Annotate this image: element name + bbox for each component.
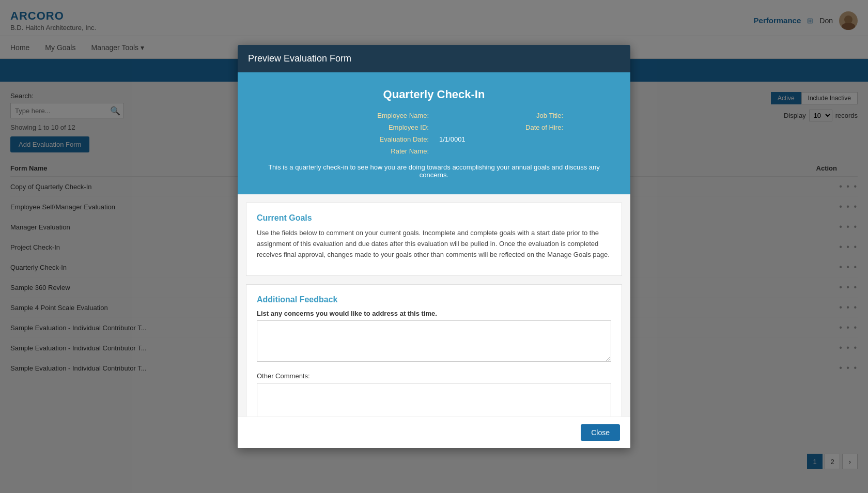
concerns-label: List any concerns you would like to addr… bbox=[257, 310, 611, 317]
form-description: This is a quarterly check-in to see how … bbox=[258, 163, 610, 179]
form-header-block: Quarterly Check-In Employee Name: Job Ti… bbox=[238, 72, 630, 194]
modal-footer: Close bbox=[238, 417, 630, 448]
additional-feedback-section: Additional Feedback List any concerns yo… bbox=[246, 284, 622, 417]
form-fields-grid: Employee Name: Job Title: Employee ID: D… bbox=[305, 112, 563, 155]
modal-header: Preview Evaluation Form bbox=[238, 45, 630, 72]
employee-id-label: Employee ID: bbox=[305, 124, 429, 131]
current-goals-section: Current Goals Use the fields below to co… bbox=[246, 203, 622, 276]
job-title-label: Job Title: bbox=[439, 112, 563, 119]
other-comments-label: Other Comments: bbox=[257, 372, 611, 380]
current-goals-desc: Use the fields below to comment on your … bbox=[257, 228, 611, 260]
employee-name-label: Employee Name: bbox=[305, 112, 429, 119]
modal-body: Quarterly Check-In Employee Name: Job Ti… bbox=[238, 72, 630, 417]
date-of-hire-label: Date of Hire: bbox=[439, 124, 563, 131]
modal-overlay: Preview Evaluation Form Quarterly Check-… bbox=[0, 0, 868, 493]
concerns-textarea[interactable] bbox=[257, 320, 611, 362]
modal-title: Preview Evaluation Form bbox=[248, 53, 351, 64]
modal: Preview Evaluation Form Quarterly Check-… bbox=[238, 45, 630, 448]
additional-feedback-title: Additional Feedback bbox=[257, 295, 611, 304]
current-goals-title: Current Goals bbox=[257, 213, 611, 223]
evaluation-date-label: Evaluation Date: bbox=[305, 135, 429, 143]
close-button[interactable]: Close bbox=[581, 424, 620, 441]
rater-name-label: Rater Name: bbox=[305, 147, 429, 155]
date-value: 1/1/0001 bbox=[439, 135, 563, 143]
other-comments-textarea[interactable] bbox=[257, 383, 611, 417]
form-title: Quarterly Check-In bbox=[258, 88, 610, 101]
